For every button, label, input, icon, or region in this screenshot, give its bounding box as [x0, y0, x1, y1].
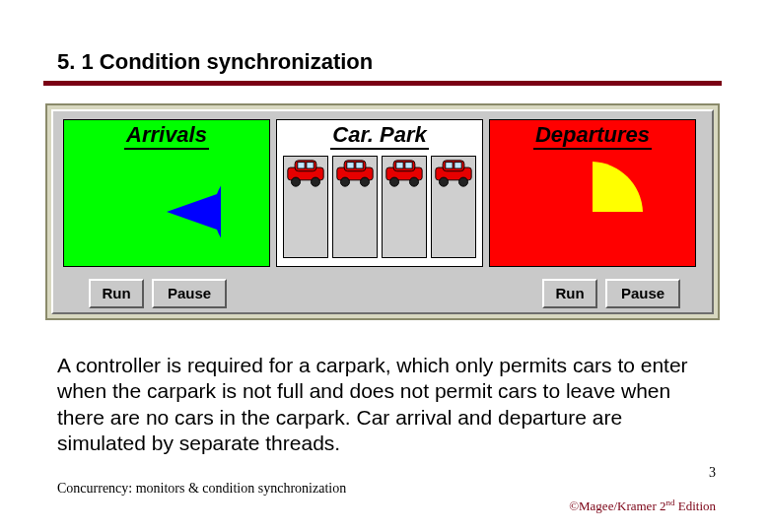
body-text: A controller is required for a carpark, … — [57, 353, 716, 456]
carpark-slot — [332, 156, 378, 258]
page-number: 3 — [709, 465, 716, 481]
copyright-suffix: Edition — [674, 499, 716, 513]
car-icon — [384, 159, 424, 189]
svg-point-22 — [439, 177, 448, 186]
svg-rect-14 — [396, 163, 403, 168]
copyright-prefix: ©Magee/Kramer — [569, 499, 660, 513]
panel-arrivals-title: Arrivals — [64, 122, 269, 150]
arrivals-run-button[interactable]: Run — [89, 279, 144, 308]
panel-arrivals-title-text: Arrivals — [124, 122, 209, 150]
panel-arrivals: Arrivals — [63, 119, 270, 267]
svg-point-16 — [389, 177, 398, 186]
carpark-slots — [283, 156, 476, 258]
car-icon — [434, 159, 473, 189]
svg-point-11 — [360, 177, 369, 186]
svg-rect-15 — [405, 163, 412, 168]
svg-rect-2 — [298, 163, 305, 168]
panel-departures: Departures — [489, 119, 696, 267]
departures-pie-icon — [538, 160, 647, 264]
carpark-slot — [431, 156, 476, 258]
departures-pause-button[interactable]: Pause — [605, 279, 680, 308]
panel-departures-title: Departures — [490, 122, 695, 150]
svg-point-23 — [458, 177, 467, 186]
svg-point-17 — [409, 177, 418, 186]
arrivals-pause-button[interactable]: Pause — [152, 279, 227, 308]
arrivals-pie-icon — [112, 160, 221, 264]
svg-rect-9 — [356, 163, 363, 168]
svg-rect-21 — [454, 163, 461, 168]
departures-run-button[interactable]: Run — [542, 279, 597, 308]
panel-carpark-title: Car. Park — [277, 122, 482, 150]
panel-carpark-title-text: Car. Park — [330, 122, 428, 150]
svg-point-5 — [311, 177, 319, 186]
panel-departures-title-text: Departures — [533, 122, 652, 150]
footer-left: Concurrency: monitors & condition synchr… — [57, 481, 346, 497]
svg-point-10 — [340, 177, 349, 186]
svg-rect-3 — [307, 163, 314, 168]
svg-rect-20 — [446, 163, 453, 168]
carpark-slot — [382, 156, 427, 258]
heading-rule — [43, 81, 722, 86]
applet-inner: Arrivals Car. Park — [51, 109, 714, 314]
slide: 5. 1 Condition synchronization Arrivals … — [0, 0, 769, 532]
carpark-slot — [283, 156, 328, 258]
car-icon — [286, 159, 325, 189]
slide-heading: 5. 1 Condition synchronization — [57, 49, 373, 75]
panel-carpark: Car. Park — [276, 119, 483, 267]
svg-point-4 — [291, 177, 300, 186]
applet-frame: Arrivals Car. Park — [45, 103, 720, 320]
svg-rect-8 — [347, 163, 354, 168]
car-icon — [335, 159, 375, 189]
copyright: ©Magee/Kramer 2nd Edition — [569, 498, 716, 514]
